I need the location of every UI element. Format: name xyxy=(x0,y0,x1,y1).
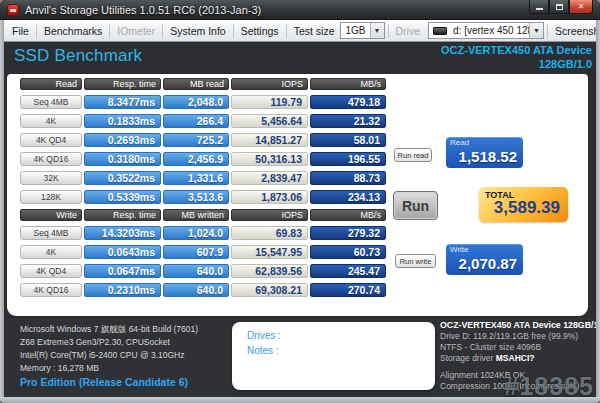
write-table: Write Resp. time MB written IOPS MB/s Se… xyxy=(20,209,388,297)
drive-fs-line: NTFS - Cluster size 4096B xyxy=(440,342,598,353)
test-size-label: Test size xyxy=(288,23,339,39)
storage-driver-line: Storage driver MSAHCI? xyxy=(440,353,598,364)
drive-combobox[interactable]: d: [vertex 450 128gb ▼ xyxy=(428,22,544,39)
iops-cell: 50,316.13 xyxy=(231,152,308,166)
mb-written-cell: 1,024.0 xyxy=(163,226,229,240)
menu-separator xyxy=(109,24,110,38)
drive-free-line: Drive D: 119.2/119.1GB free (99.9%) xyxy=(440,331,598,342)
menu-iometer: IOmeter xyxy=(111,23,161,39)
menu-system-info[interactable]: System Info xyxy=(164,23,231,39)
run-button[interactable]: Run xyxy=(393,191,438,220)
iops-cell: 5,456.64 xyxy=(231,114,308,128)
test-size-combobox[interactable]: 1GB ▼ xyxy=(340,22,384,39)
table-row: 4K QD16 0.2310ms 640.0 69,308.21 270.74 xyxy=(20,283,388,297)
resp-time-cell: 0.0647ms xyxy=(84,264,161,278)
storage-driver-value: MSAHCI? xyxy=(496,353,535,363)
mbs-cell: 245.47 xyxy=(310,264,386,278)
mb-read-cell: 725.2 xyxy=(163,133,229,147)
mb-written-cell: 640.0 xyxy=(163,264,229,278)
table-row: 32K 0.3522ms 1,331.6 2,839.47 88.73 xyxy=(20,171,388,185)
system-info: Microsoft Windows 7 旗舰版 64-bit Build (76… xyxy=(20,323,198,375)
menu-separator xyxy=(36,24,37,38)
chevron-down-icon[interactable]: ▼ xyxy=(370,23,384,38)
resp-time-cell: 14.3203ms xyxy=(84,226,161,240)
menu-separator xyxy=(233,24,234,38)
menu-file[interactable]: File xyxy=(6,23,35,39)
chevron-down-icon[interactable]: ▼ xyxy=(529,23,543,38)
resp-time-cell: 0.1833ms xyxy=(84,114,161,128)
close-button[interactable]: ✕ xyxy=(569,0,593,14)
resp-time-cell: 8.3477ms xyxy=(84,95,161,109)
column-header: Write xyxy=(20,209,82,221)
device-capacity: 128GB/1.0 xyxy=(441,57,592,71)
benchmark-header: SSD Benchmark OCZ-VERTEX450 ATA Device 1… xyxy=(1,43,599,74)
menu-settings[interactable]: Settings xyxy=(235,23,285,39)
page-title: SSD Benchmark xyxy=(14,46,142,66)
device-id: OCZ-VERTEX450 ATA Device 128GB/1.0 xyxy=(441,43,592,72)
column-header: MB/s xyxy=(310,209,386,221)
row-label: 4K QD16 xyxy=(20,152,82,166)
table-row: 4K QD4 0.0647ms 640.0 62,839.56 245.47 xyxy=(20,264,388,278)
mbs-cell: 479.18 xyxy=(310,95,386,109)
notes-panel[interactable]: Drives : Notes : xyxy=(232,322,435,390)
notes-label: Notes : xyxy=(247,345,435,356)
mbs-cell: 58.01 xyxy=(310,133,386,147)
iops-cell: 69.83 xyxy=(231,226,308,240)
menu-screenshot[interactable]: Screenshot xyxy=(549,23,600,39)
drive-value: d: [vertex 450 128gb xyxy=(449,25,529,36)
table-row: 128K 0.5339ms 3,513.6 1,873.06 234.13 xyxy=(20,190,388,204)
drive-title: OCZ-VERTEX450 ATA Device 128GB/1.0 xyxy=(440,320,598,331)
row-label: 4K QD16 xyxy=(20,283,82,297)
column-header: MB/s xyxy=(310,78,386,90)
window-title: Anvil's Storage Utilities 1.0.51 RC6 (20… xyxy=(25,4,261,16)
motherboard-line: Z68 Extreme3 Gen3/P2.30, CPUSocket xyxy=(20,336,198,349)
table-row: 4K 0.1833ms 266.4 5,456.64 21.32 xyxy=(20,114,388,128)
maximize-icon xyxy=(556,4,563,10)
column-header: Resp. time xyxy=(84,209,161,221)
resp-time-cell: 0.3522ms xyxy=(84,171,161,185)
maximize-button[interactable] xyxy=(549,0,569,14)
read-table-header: Read Resp. time MB read IOPS MB/s xyxy=(20,78,388,90)
mbs-cell: 60.73 xyxy=(310,245,386,259)
resp-time-cell: 0.2693ms xyxy=(84,133,161,147)
read-score-value: 1,518.52 xyxy=(459,148,517,165)
close-icon: ✕ xyxy=(578,3,585,11)
mbs-cell: 270.74 xyxy=(310,283,386,297)
drives-label: Drives : xyxy=(247,330,435,341)
iops-cell: 15,547.95 xyxy=(231,245,308,259)
write-score-label: Write xyxy=(450,245,469,254)
table-row: Seq 4MB 14.3203ms 1,024.0 69.83 279.32 xyxy=(20,226,388,240)
menu-separator xyxy=(286,24,287,38)
total-score-box: TOTAL 3,589.39 xyxy=(479,187,568,222)
run-write-button[interactable]: Run write xyxy=(395,254,436,268)
table-row: 4K 0.0643ms 607.9 15,547.95 60.73 xyxy=(20,245,388,259)
window-frame-left xyxy=(0,20,4,398)
device-name: OCZ-VERTEX450 ATA Device xyxy=(441,43,592,57)
column-header: MB read xyxy=(163,78,229,90)
minimize-button[interactable] xyxy=(529,0,549,14)
write-score-box: Write 2,070.87 xyxy=(446,244,523,275)
column-header: IOPS xyxy=(231,78,308,90)
write-table-header: Write Resp. time MB written IOPS MB/s xyxy=(20,209,388,221)
cpu-line: Intel(R) Core(TM) i5-2400 CPU @ 3.10GHz xyxy=(20,349,198,362)
mb-read-cell: 1,331.6 xyxy=(163,171,229,185)
mb-read-cell: 2,048.0 xyxy=(163,95,229,109)
iops-cell: 62,839.56 xyxy=(231,264,308,278)
app-window: Anvil's Storage Utilities 1.0.51 RC6 (20… xyxy=(0,0,600,403)
table-row: Seq 4MB 8.3477ms 2,048.0 119.79 479.18 xyxy=(20,95,388,109)
row-label: 32K xyxy=(20,171,82,185)
menu-separator xyxy=(547,24,548,38)
os-line: Microsoft Windows 7 旗舰版 64-bit Build (76… xyxy=(20,323,198,336)
mbs-cell: 88.73 xyxy=(310,171,386,185)
row-label: Seq 4MB xyxy=(20,226,82,240)
drive-icon xyxy=(433,27,447,35)
menu-benchmarks[interactable]: Benchmarks xyxy=(38,23,108,39)
read-score-label: Read xyxy=(450,138,469,147)
resp-time-cell: 0.2310ms xyxy=(84,283,161,297)
titlebar: Anvil's Storage Utilities 1.0.51 RC6 (20… xyxy=(0,0,600,20)
iops-cell: 1,873.06 xyxy=(231,190,308,204)
row-label: 4K QD4 xyxy=(20,264,82,278)
run-read-button[interactable]: Run read xyxy=(394,148,432,162)
mb-read-cell: 3,513.6 xyxy=(163,190,229,204)
window-controls: ✕ xyxy=(529,0,593,14)
